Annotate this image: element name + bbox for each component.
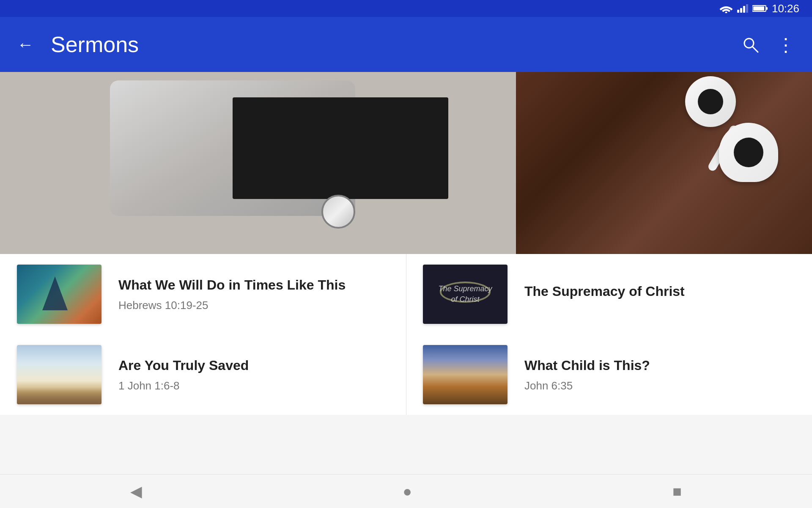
- device-body: [110, 80, 355, 216]
- sermon-info-4: What Child is This? John 6:35: [524, 357, 795, 393]
- thumb-sunset-image: [423, 345, 508, 404]
- status-bar: 10:26: [0, 0, 812, 17]
- sermon-thumb-3: [17, 345, 102, 404]
- bottom-nav: ◀ ● ■: [0, 474, 812, 508]
- sermon-verse-1: Hebrews 10:19-25: [118, 299, 389, 312]
- sermon-item-1[interactable]: What We Will Do in Times Like This Hebre…: [0, 254, 406, 334]
- svg-rect-3: [753, 6, 764, 11]
- thumb-sky-image: [17, 345, 102, 404]
- sermon-info-3: Are You Truly Saved 1 John 1:6-8: [118, 357, 389, 393]
- thumb-thorns-image: The Supremacyof Christ: [423, 265, 508, 324]
- status-time: 10:26: [772, 2, 799, 15]
- sermon-thumb-4: [423, 345, 508, 404]
- device-screen: [233, 97, 448, 199]
- sermon-item-3[interactable]: Are You Truly Saved 1 John 1:6-8: [0, 334, 406, 415]
- search-icon[interactable]: [741, 35, 760, 54]
- svg-line-5: [752, 47, 758, 52]
- battery-icon: [752, 5, 768, 12]
- nav-back-button[interactable]: ◀: [130, 483, 142, 500]
- sermon-list: What We Will Do in Times Like This Hebre…: [0, 254, 812, 474]
- svg-rect-2: [766, 7, 768, 10]
- sermon-thumb-2: The Supremacyof Christ: [423, 265, 508, 324]
- status-icons: 10:26: [719, 2, 799, 15]
- sermon-info-2: The Supremacy of Christ: [524, 283, 795, 306]
- wifi-icon: [719, 4, 733, 13]
- sermon-item-2[interactable]: The Supremacyof Christ The Supremacy of …: [406, 254, 812, 334]
- vertical-divider-2: [406, 334, 406, 415]
- page-title: Sermons: [51, 32, 741, 57]
- app-bar: ← Sermons ⋮: [0, 17, 812, 72]
- more-menu-icon[interactable]: ⋮: [776, 34, 795, 55]
- sermon-row-2: Are You Truly Saved 1 John 1:6-8 What Ch…: [0, 334, 812, 415]
- sermon-item-4[interactable]: What Child is This? John 6:35: [406, 334, 812, 415]
- sermon-thumb-1: [17, 265, 102, 324]
- sermon-title-1: What We Will Do in Times Like This: [118, 276, 389, 294]
- thorn-text: The Supremacyof Christ: [438, 284, 492, 305]
- signal-icon: [737, 4, 748, 13]
- sermon-verse-3: 1 John 1:6-8: [118, 379, 389, 392]
- sermon-title-2: The Supremacy of Christ: [524, 283, 795, 301]
- back-button[interactable]: ←: [17, 35, 34, 54]
- svg-point-0: [725, 12, 727, 14]
- thumb-globe-image: [17, 265, 102, 324]
- sermon-title-3: Are You Truly Saved: [118, 357, 389, 375]
- nav-home-button[interactable]: ●: [403, 483, 412, 500]
- earphone-1: [685, 76, 736, 127]
- device-button: [321, 195, 355, 229]
- sermon-info-1: What We Will Do in Times Like This Hebre…: [118, 276, 389, 312]
- vertical-divider-1: [406, 254, 406, 334]
- sermon-verse-4: John 6:35: [524, 379, 795, 392]
- sermon-row-1: What We Will Do in Times Like This Hebre…: [0, 254, 812, 334]
- sermon-title-4: What Child is This?: [524, 357, 795, 375]
- hero-image: [0, 72, 812, 254]
- earphone-2: [719, 123, 778, 182]
- app-bar-actions: ⋮: [741, 34, 795, 55]
- nav-recents-button[interactable]: ■: [672, 483, 682, 500]
